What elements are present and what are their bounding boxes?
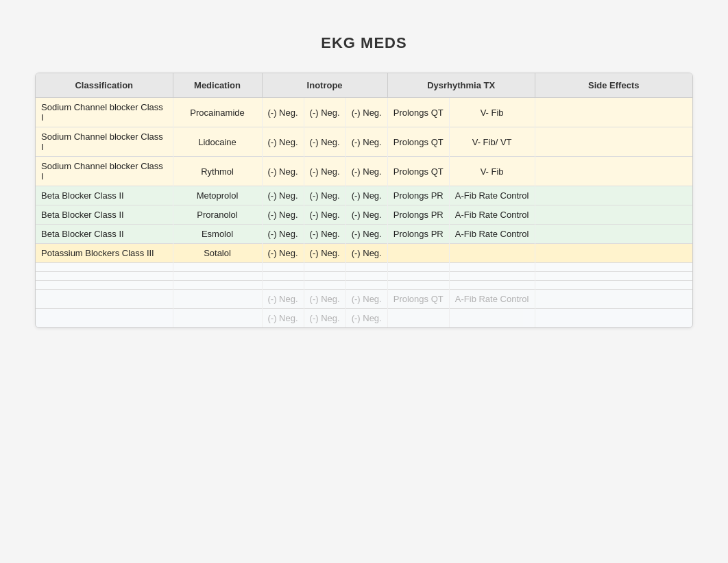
- table-row: [36, 263, 692, 272]
- table-cell: (-) Neg.: [304, 127, 345, 157]
- table-cell: (-) Neg.: [304, 309, 345, 328]
- table-cell: (-) Neg.: [345, 244, 387, 263]
- table-cell: [36, 281, 173, 290]
- table-wrapper: Classification Medication Inotrope Dysrh…: [35, 73, 693, 328]
- header-classification: Classification: [36, 73, 173, 98]
- table-cell: [535, 205, 692, 225]
- table-cell: [36, 309, 173, 328]
- table-cell: A-Fib Rate Control: [449, 290, 535, 309]
- table-cell: [449, 281, 535, 290]
- table-cell: [535, 127, 692, 157]
- table-cell: [535, 281, 692, 290]
- table-cell: (-) Neg.: [262, 98, 304, 127]
- table-cell: Prolongs PR: [387, 186, 449, 205]
- table-cell: Proranolol: [173, 205, 262, 225]
- table-cell: [36, 272, 173, 281]
- table-cell: (-) Neg.: [262, 127, 304, 157]
- ekg-meds-table: Classification Medication Inotrope Dysrh…: [36, 73, 692, 327]
- table-cell: (-) Neg.: [262, 309, 304, 328]
- header-medication: Medication: [173, 73, 262, 98]
- table-cell: [535, 225, 692, 244]
- table-cell: (-) Neg.: [345, 290, 387, 309]
- table-cell: (-) Neg.: [304, 205, 345, 225]
- table-cell: (-) Neg.: [304, 290, 345, 309]
- table-cell: [304, 263, 345, 272]
- table-cell: [345, 272, 387, 281]
- table-row: (-) Neg.(-) Neg.(-) Neg.Prolongs QTA-Fib…: [36, 290, 692, 309]
- table-body: Sodium Channel blocker Class IProcainami…: [36, 98, 692, 328]
- table-cell: (-) Neg.: [262, 186, 304, 205]
- table-cell: Beta Blocker Class II: [36, 186, 173, 205]
- table-cell: Prolongs QT: [387, 98, 449, 127]
- header-row: Classification Medication Inotrope Dysrh…: [36, 73, 692, 98]
- table-cell: V- Fib: [449, 98, 535, 127]
- table-row: Sodium Channel blocker Class IProcainami…: [36, 98, 692, 127]
- table-cell: [535, 263, 692, 272]
- table-cell: [304, 281, 345, 290]
- table-cell: [173, 272, 262, 281]
- table-row: Sodium Channel blocker Class IRythmol(-)…: [36, 157, 692, 186]
- table-cell: A-Fib Rate Control: [449, 225, 535, 244]
- page-title: EKG MEDS: [321, 34, 407, 52]
- table-row: [36, 281, 692, 290]
- table-row: Sodium Channel blocker Class ILidocaine(…: [36, 127, 692, 157]
- table-cell: [262, 263, 304, 272]
- table-cell: Prolongs PR: [387, 225, 449, 244]
- header-dysrhythmia: Dysrhythmia TX: [387, 73, 535, 98]
- table-cell: [36, 290, 173, 309]
- table-cell: (-) Neg.: [262, 225, 304, 244]
- table-cell: [173, 281, 262, 290]
- table-cell: [535, 186, 692, 205]
- table-cell: V- Fib/ VT: [449, 127, 535, 157]
- table-row: Beta Blocker Class IIEsmolol(-) Neg.(-) …: [36, 225, 692, 244]
- table-cell: (-) Neg.: [345, 127, 387, 157]
- table-cell: [449, 309, 535, 328]
- table-cell: Sodium Channel blocker Class I: [36, 127, 173, 157]
- table-cell: Beta Blocker Class II: [36, 225, 173, 244]
- table-cell: (-) Neg.: [345, 186, 387, 205]
- table-cell: (-) Neg.: [304, 157, 345, 186]
- table-cell: [387, 272, 449, 281]
- table-cell: [387, 244, 449, 263]
- table-row: Beta Blocker Class IIProranolol(-) Neg.(…: [36, 205, 692, 225]
- table-cell: (-) Neg.: [262, 244, 304, 263]
- table-cell: (-) Neg.: [304, 225, 345, 244]
- table-cell: [387, 263, 449, 272]
- table-cell: Metoprolol: [173, 186, 262, 205]
- header-inotrope: Inotrope: [262, 73, 387, 98]
- table-cell: (-) Neg.: [345, 157, 387, 186]
- header-side-effects: Side Effects: [535, 73, 692, 98]
- table-cell: Sotalol: [173, 244, 262, 263]
- table-cell: [345, 281, 387, 290]
- table-cell: [535, 290, 692, 309]
- page-container: EKG MEDS Classification Medication Inotr…: [14, 14, 714, 563]
- table-cell: [173, 290, 262, 309]
- table-cell: [36, 263, 173, 272]
- table-cell: V- Fib: [449, 157, 535, 186]
- table-cell: Prolongs QT: [387, 127, 449, 157]
- table-cell: Sodium Channel blocker Class I: [36, 98, 173, 127]
- table-cell: [535, 309, 692, 328]
- table-cell: Beta Blocker Class II: [36, 205, 173, 225]
- table-cell: Potassium Blockers Class III: [36, 244, 173, 263]
- table-cell: [345, 263, 387, 272]
- table-cell: [262, 281, 304, 290]
- table-cell: A-Fib Rate Control: [449, 205, 535, 225]
- table-cell: [535, 272, 692, 281]
- table-cell: (-) Neg.: [345, 309, 387, 328]
- table-cell: Prolongs QT: [387, 290, 449, 309]
- table-cell: [535, 244, 692, 263]
- table-cell: (-) Neg.: [345, 225, 387, 244]
- table-cell: [173, 263, 262, 272]
- table-row: [36, 272, 692, 281]
- table-row: (-) Neg.(-) Neg.(-) Neg.: [36, 309, 692, 328]
- table-cell: (-) Neg.: [262, 290, 304, 309]
- table-cell: [262, 272, 304, 281]
- table-cell: [449, 244, 535, 263]
- table-cell: [535, 157, 692, 186]
- table-cell: Lidocaine: [173, 127, 262, 157]
- table-cell: (-) Neg.: [304, 244, 345, 263]
- table-cell: (-) Neg.: [262, 205, 304, 225]
- table-cell: [173, 309, 262, 328]
- table-row: Potassium Blockers Class IIISotalol(-) N…: [36, 244, 692, 263]
